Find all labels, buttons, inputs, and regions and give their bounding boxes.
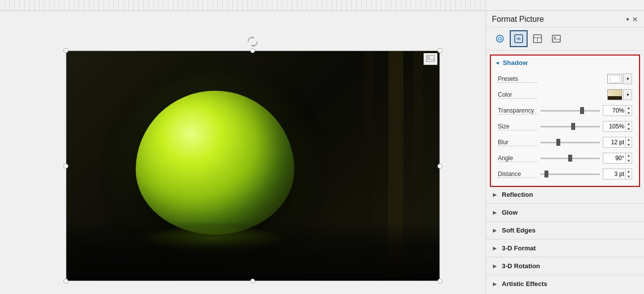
fill-line-icon-button[interactable] <box>491 30 509 47</box>
size-spinner-up[interactable]: ▲ <box>626 121 632 126</box>
shadow-section-header[interactable]: ◄ Shadow <box>491 56 639 70</box>
angle-label: Angle <box>498 155 537 162</box>
section-reflection[interactable]: ▶Reflection <box>486 187 644 202</box>
blur-spinners[interactable]: ▲ ▼ <box>625 137 632 148</box>
distance-thumb[interactable] <box>544 171 548 177</box>
blur-label: Blur <box>498 139 537 146</box>
section-divider <box>486 239 644 239</box>
handle-top-right[interactable] <box>437 48 442 53</box>
blur-slider-area[interactable] <box>540 142 600 143</box>
distance-row: Distance ▲ ▼ <box>496 166 634 182</box>
layout-icon-button[interactable] <box>529 30 546 47</box>
svg-rect-0 <box>427 56 434 61</box>
distance-spinner-down[interactable]: ▼ <box>626 174 632 179</box>
blur-spinner-up[interactable]: ▲ <box>626 137 632 142</box>
handle-bottom-center[interactable] <box>250 279 255 284</box>
handle-top-left[interactable] <box>63 48 68 53</box>
image-action-button[interactable] <box>424 53 437 65</box>
3d-rotation-label: 3-D Rotation <box>502 262 540 270</box>
3d-format-label: 3-D Format <box>502 244 536 252</box>
panel-dropdown-icon[interactable]: ▾ <box>626 16 629 23</box>
shadow-collapse-icon: ◄ <box>495 60 500 65</box>
svg-point-2 <box>496 35 503 42</box>
angle-spinners[interactable]: ▲ ▼ <box>625 153 632 164</box>
section-3d-rotation[interactable]: ▶3-D Rotation <box>486 258 644 274</box>
handle-bottom-left[interactable] <box>63 279 68 284</box>
transparency-input[interactable] <box>603 107 625 114</box>
angle-spinner-down[interactable]: ▼ <box>626 158 632 164</box>
glow-expand-icon: ▶ <box>493 210 498 215</box>
size-input[interactable] <box>603 123 625 130</box>
3d-format-expand-icon: ▶ <box>493 245 498 251</box>
distance-value-box[interactable]: ▲ ▼ <box>603 169 632 179</box>
main-area: Format Picture ▾ ✕ <box>0 11 644 294</box>
handle-top-center[interactable] <box>250 48 255 53</box>
section-divider <box>486 275 644 275</box>
canvas-area <box>0 11 485 294</box>
size-slider-area[interactable] <box>540 126 600 127</box>
angle-slider-area[interactable] <box>540 158 600 159</box>
distance-spinners[interactable]: ▲ ▼ <box>625 169 632 179</box>
picture-icon-button[interactable] <box>547 30 565 47</box>
section-glow[interactable]: ▶Glow <box>486 205 644 220</box>
handle-bottom-right[interactable] <box>437 279 442 284</box>
panel-content: ◄ Shadow Presets ▾ <box>486 51 644 294</box>
presets-dropdown-arrow[interactable]: ▾ <box>623 73 632 84</box>
section-soft-edges[interactable]: ▶Soft Edges <box>486 223 644 238</box>
3d-rotation-expand-icon: ▶ <box>493 263 498 269</box>
distance-label: Distance <box>498 171 537 178</box>
distance-input[interactable] <box>603 171 625 177</box>
angle-row: Angle ▲ ▼ <box>496 150 634 166</box>
transparency-thumb[interactable] <box>580 107 584 114</box>
blur-thumb[interactable] <box>556 139 560 146</box>
size-spinner-down[interactable]: ▼ <box>626 126 632 132</box>
size-thumb[interactable] <box>571 123 575 130</box>
ruler <box>0 0 644 11</box>
right-panel: Format Picture ▾ ✕ <box>485 11 644 294</box>
angle-thumb[interactable] <box>568 155 572 162</box>
angle-input[interactable] <box>603 155 625 162</box>
blur-spinner-down[interactable]: ▼ <box>626 142 632 148</box>
handle-middle-right[interactable] <box>437 164 442 169</box>
shadow-properties: Presets ▾ Color <box>491 70 639 186</box>
color-row: Color ▾ <box>496 87 634 103</box>
shadow-section-title: Shadow <box>503 59 528 66</box>
distance-spinner-up[interactable]: ▲ <box>626 169 632 174</box>
transparency-value-box[interactable]: ▲ ▼ <box>603 105 632 116</box>
bowl-bottom <box>66 221 439 281</box>
blur-value-box[interactable]: ▲ ▼ <box>603 137 632 148</box>
transparency-spinner-up[interactable]: ▲ <box>626 105 632 111</box>
collapsed-sections: ▶Reflection▶Glow▶Soft Edges▶3-D Format▶3… <box>486 187 644 292</box>
effects-icon-button[interactable] <box>510 30 528 47</box>
transparency-label: Transparency <box>498 107 537 115</box>
color-control[interactable]: ▾ <box>607 89 632 100</box>
size-value-box[interactable]: ▲ ▼ <box>603 121 632 132</box>
image-container[interactable] <box>66 51 440 281</box>
svg-point-1 <box>428 57 429 59</box>
angle-spinner-up[interactable]: ▲ <box>626 153 632 158</box>
presets-row: Presets ▾ <box>496 71 634 87</box>
rotate-handle[interactable] <box>247 36 259 48</box>
transparency-spinner-down[interactable]: ▼ <box>626 111 632 116</box>
artistic-effects-label: Artistic Effects <box>502 280 547 288</box>
panel-close-button[interactable]: ✕ <box>632 15 638 23</box>
blur-input[interactable] <box>603 139 625 146</box>
handle-middle-left[interactable] <box>63 164 68 169</box>
soft-edges-expand-icon: ▶ <box>493 228 498 233</box>
presets-control[interactable]: ▾ <box>607 73 632 84</box>
panel-header: Format Picture ▾ ✕ <box>486 11 644 27</box>
transparency-row: Transparency ▲ ▼ <box>496 103 634 118</box>
section-3d-format[interactable]: ▶3-D Format <box>486 240 644 256</box>
section-artistic-effects[interactable]: ▶Artistic Effects <box>486 276 644 292</box>
size-label: Size <box>498 123 537 130</box>
panel-title: Format Picture <box>492 15 544 24</box>
transparency-slider-area[interactable] <box>540 110 600 112</box>
soft-edges-label: Soft Edges <box>502 227 536 234</box>
color-dropdown-arrow[interactable]: ▾ <box>623 89 632 100</box>
presets-swatch[interactable] <box>607 74 622 84</box>
reflection-label: Reflection <box>502 191 533 198</box>
size-spinners[interactable]: ▲ ▼ <box>625 121 632 132</box>
distance-slider-area[interactable] <box>540 174 600 175</box>
transparency-spinners[interactable]: ▲ ▼ <box>625 105 632 116</box>
angle-value-box[interactable]: ▲ ▼ <box>603 153 632 164</box>
